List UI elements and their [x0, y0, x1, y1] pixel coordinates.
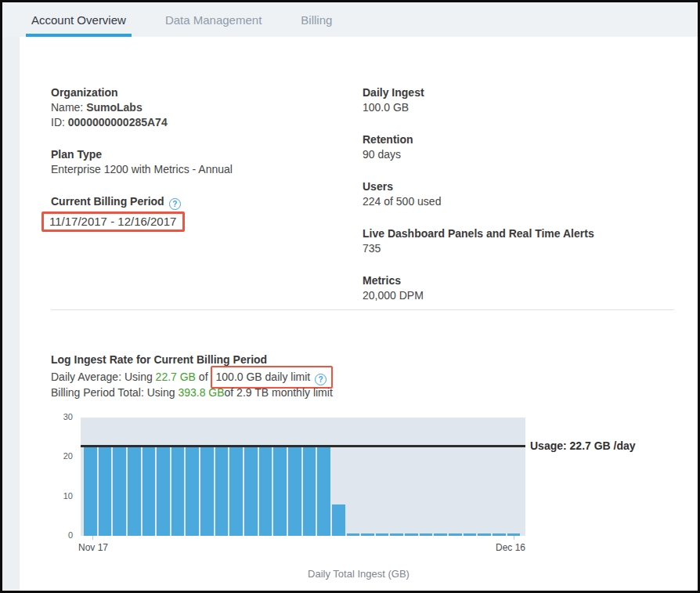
organization-id: ID: 0000000000285A74 [51, 115, 341, 130]
org-id-label: ID: [51, 116, 68, 128]
daily-average-line: Daily Average: Using 22.7 GB of100.0 GB … [51, 366, 333, 389]
stat-daily-ingest: Daily Ingest 100.0 GB [363, 85, 684, 115]
daily-average-used: 22.7 GB [156, 371, 196, 383]
billing-total-suffix: of 2.9 TB monthly limit [225, 386, 333, 399]
x-axis-tick-mark [92, 536, 93, 540]
stat-retention: Retention 90 days [363, 132, 684, 162]
plan-type-heading: Plan Type [51, 147, 341, 162]
billing-period-heading-text: Current Billing Period [51, 195, 164, 208]
billing-total-line: Billing Period Total: Using 393.8 GBof 2… [51, 386, 333, 399]
bar-nov-23 [171, 447, 185, 536]
stat-heading: Daily Ingest [363, 85, 684, 100]
bar-nov-21 [143, 447, 156, 536]
daily-limit-text: 100.0 GB daily limit [216, 371, 311, 383]
bar-nov-28 [244, 447, 258, 536]
billing-period-value-highlighted: 11/17/2017 - 12/16/2017 [41, 212, 185, 232]
tab-bar: Account Overview Data Management Billing [2, 2, 698, 37]
stat-value: 735 [363, 241, 684, 256]
ingest-bar-chart [81, 418, 525, 536]
bar-dec-6 [361, 533, 374, 536]
org-id-value: 0000000000285A74 [68, 116, 168, 128]
bar-dec-8 [390, 533, 403, 536]
content-card: Organization Name: SumoLabs ID: 00000000… [20, 37, 698, 591]
bar-dec-14 [478, 533, 491, 536]
plan-type-block: Plan Type Enterprise 1200 with Metrics -… [51, 147, 341, 177]
organization-block: Organization Name: SumoLabs ID: 00000000… [51, 85, 341, 130]
y-axis-tick-0: 0 [46, 530, 73, 540]
tab-account-overview[interactable]: Account Overview [26, 2, 132, 37]
stat-heading: Users [363, 179, 684, 194]
billing-period-heading: Current Billing Period? [51, 194, 341, 210]
organization-heading: Organization [51, 85, 341, 100]
bar-dec-4 [332, 504, 345, 536]
bar-dec-12 [449, 533, 462, 536]
stat-metrics: Metrics 20,000 DPM [363, 273, 684, 303]
bar-dec-9 [405, 533, 418, 536]
bar-dec-3 [317, 447, 330, 536]
bar-nov-29 [259, 447, 272, 536]
billing-total-used: 393.8 GB [178, 386, 224, 399]
stat-value: 20,000 DPM [363, 288, 684, 303]
bar-dec-13 [464, 533, 477, 536]
stat-live-dashboards: Live Dashboard Panels and Real Time Aler… [363, 226, 684, 256]
tab-billing[interactable]: Billing [295, 2, 337, 37]
plan-type-value: Enterprise 1200 with Metrics - Annual [51, 162, 341, 177]
bar-nov-27 [229, 447, 243, 536]
bar-nov-19 [113, 447, 126, 536]
org-name-label: Name: [51, 101, 86, 114]
bar-nov-26 [215, 447, 229, 536]
bar-nov-20 [128, 447, 141, 536]
billing-total-prefix: Billing Period Total: Using [51, 386, 178, 399]
bar-nov-30 [273, 447, 287, 536]
usage-threshold-line [81, 445, 525, 447]
chart-bars [84, 418, 520, 536]
x-axis-label-start: Nov 17 [78, 542, 108, 553]
stat-heading: Live Dashboard Panels and Real Time Aler… [363, 226, 684, 241]
help-icon[interactable]: ? [315, 374, 327, 385]
bar-dec-11 [434, 533, 447, 536]
usage-stats-column: Daily Ingest 100.0 GB Retention 90 days … [363, 85, 684, 320]
bar-dec-5 [347, 533, 360, 536]
y-axis-tick-30: 30 [46, 412, 73, 421]
x-axis-tick-mark [514, 536, 514, 540]
bar-dec-1 [288, 447, 301, 536]
help-icon[interactable]: ? [169, 198, 181, 210]
bar-dec-7 [376, 533, 389, 536]
bar-nov-22 [157, 447, 170, 536]
tab-data-management[interactable]: Data Management [160, 2, 267, 37]
bar-dec-2 [303, 447, 316, 536]
org-name-value: SumoLabs [86, 101, 143, 114]
stat-value: 100.0 GB [363, 100, 684, 115]
stat-heading: Retention [363, 132, 684, 147]
account-overview-page: Account Overview Data Management Billing… [0, 0, 700, 593]
organization-name: Name: SumoLabs [51, 100, 341, 115]
bar-nov-18 [99, 447, 112, 536]
usage-line-label: Usage: 22.7 GB /day [530, 439, 636, 452]
bar-dec-15 [493, 533, 506, 536]
stat-heading: Metrics [363, 273, 684, 288]
account-info-column: Organization Name: SumoLabs ID: 00000000… [51, 85, 341, 249]
chart-axis-title: Daily Total Ingest (GB) [20, 568, 698, 580]
y-axis-tick-20: 20 [46, 451, 73, 461]
stat-value: 90 days [363, 147, 684, 162]
daily-limit-highlighted: 100.0 GB daily limit? [211, 366, 334, 389]
section-divider [51, 309, 674, 310]
bar-nov-25 [200, 447, 214, 536]
stat-value: 224 of 500 used [363, 194, 684, 209]
bar-nov-24 [186, 447, 199, 536]
billing-period-block: Current Billing Period? 11/17/2017 - 12/… [51, 194, 341, 232]
x-axis-label-end: Dec 16 [496, 542, 525, 553]
bar-dec-10 [420, 533, 433, 536]
stat-users: Users 224 of 500 used [363, 179, 684, 209]
bar-nov-17 [84, 447, 97, 536]
y-axis-tick-10: 10 [46, 491, 73, 501]
daily-average-connector: of [196, 371, 208, 383]
ingest-section-heading: Log Ingest Rate for Current Billing Peri… [51, 353, 267, 366]
daily-average-prefix: Daily Average: Using [51, 371, 156, 383]
